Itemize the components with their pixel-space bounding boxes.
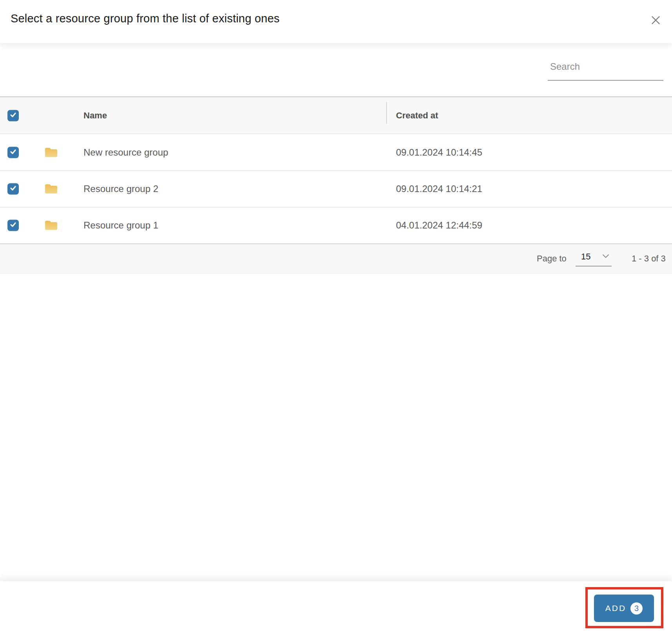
check-icon <box>9 111 17 120</box>
check-icon <box>9 185 17 194</box>
resource-group-created-at: 04.01.2024 12:44:59 <box>396 207 482 243</box>
add-count-badge: 3 <box>630 602 643 615</box>
chevron-down-icon <box>602 253 609 260</box>
search-input[interactable] <box>548 57 663 81</box>
column-header-created-at: Created at <box>396 97 438 134</box>
check-icon <box>9 148 17 157</box>
dialog-title: Select a resource group from the list of… <box>11 11 280 26</box>
pagination-range: 1 - 3 of 3 <box>632 244 666 273</box>
folder-icon <box>44 147 58 158</box>
column-header-name: Name <box>84 97 107 134</box>
table-row[interactable]: New resource group 09.01.2024 10:14:45 <box>0 134 672 171</box>
row-checkbox[interactable] <box>7 147 19 158</box>
check-icon <box>9 221 17 230</box>
resource-group-created-at: 09.01.2024 10:14:21 <box>396 171 482 207</box>
close-button[interactable] <box>648 13 663 29</box>
add-button[interactable]: ADD 3 <box>594 595 654 622</box>
folder-icon <box>44 183 58 194</box>
folder-icon <box>44 220 58 231</box>
resource-group-created-at: 09.01.2024 10:14:45 <box>396 134 482 170</box>
column-divider <box>386 102 387 124</box>
resource-group-name: Resource group 2 <box>84 171 158 207</box>
row-checkbox[interactable] <box>7 183 19 195</box>
close-icon <box>650 15 661 27</box>
page-size-value: 15 <box>581 252 590 262</box>
resource-group-name: New resource group <box>84 134 168 170</box>
dialog-header: Select a resource group from the list of… <box>0 0 672 43</box>
dialog-action-bar <box>0 581 672 631</box>
table-row[interactable]: Resource group 2 09.01.2024 10:14:21 <box>0 171 672 207</box>
table-header-row: Name Created at <box>0 96 672 134</box>
page-size-select[interactable]: 15 <box>576 249 612 267</box>
resource-group-name: Resource group 1 <box>84 207 158 243</box>
select-all-checkbox[interactable] <box>7 110 19 121</box>
add-button-label: ADD <box>605 604 626 613</box>
page-to-label: Page to <box>537 244 567 273</box>
pagination-bar: Page to 15 1 - 3 of 3 <box>0 244 672 274</box>
search-field <box>548 57 663 81</box>
row-checkbox[interactable] <box>7 220 19 231</box>
table-row[interactable]: Resource group 1 04.01.2024 12:44:59 <box>0 207 672 244</box>
